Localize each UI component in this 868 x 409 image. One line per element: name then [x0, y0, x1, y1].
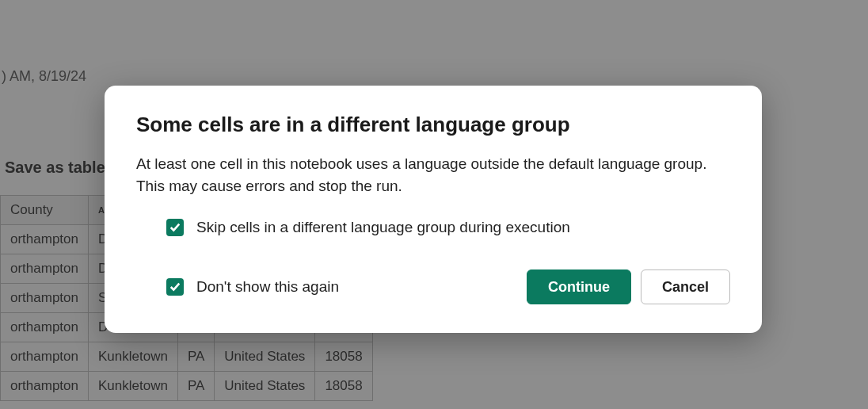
skip-cells-label: Skip cells in a different language group… [196, 219, 570, 236]
check-icon [169, 281, 181, 292]
dont-show-label: Don't show this again [196, 278, 339, 296]
dialog-footer: Don't show this again Continue Cancel [136, 269, 730, 304]
dont-show-checkbox[interactable] [166, 278, 184, 296]
skip-cells-checkbox[interactable] [166, 219, 184, 236]
cancel-button[interactable]: Cancel [641, 269, 730, 304]
skip-cells-row: Skip cells in a different language group… [136, 219, 730, 236]
language-group-dialog: Some cells are in a different language g… [105, 86, 762, 333]
dialog-title: Some cells are in a different language g… [136, 113, 730, 137]
continue-button[interactable]: Continue [527, 269, 631, 304]
check-icon [169, 222, 181, 233]
dialog-body-text: At least one cell in this notebook uses … [136, 153, 730, 197]
